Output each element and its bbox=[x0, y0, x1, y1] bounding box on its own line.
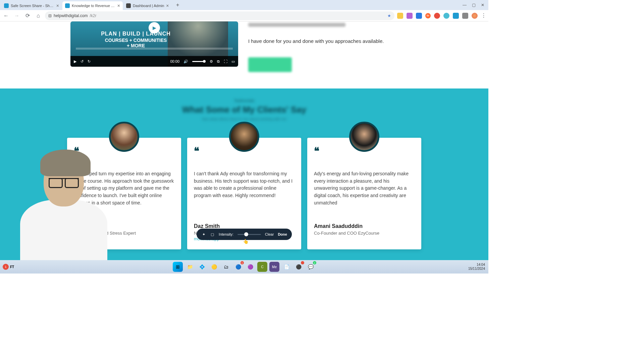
whatsapp-icon[interactable]: 💬2 bbox=[306, 262, 316, 272]
tab-title: Dashboard | Admin bbox=[133, 4, 164, 8]
kebab-menu-icon[interactable]: ⋮ bbox=[481, 12, 486, 19]
new-tab-button[interactable]: + bbox=[174, 1, 182, 9]
browser-toolbar: ← → ⟳ ⌂ ⊟ helpwithdigital.com/k2r ★ Br ⋮ bbox=[0, 10, 488, 21]
notepad-icon[interactable]: 📄 bbox=[281, 262, 291, 272]
ext-icon[interactable] bbox=[397, 13, 403, 19]
rewind-button[interactable]: ↺ bbox=[80, 59, 84, 64]
testimonials-header: Testimonials What Some of My Clients' Sa… bbox=[13, 99, 475, 121]
intensity-label: Intensity: bbox=[219, 232, 233, 236]
volume-icon[interactable]: 🔊 bbox=[183, 59, 188, 64]
notification-badge: 1 bbox=[3, 264, 9, 270]
pip-icon[interactable]: ⧉ bbox=[217, 59, 220, 64]
taskbar-apps: ⊞ 📁 💠 🟡 🗂 🔵1 🟣 C Me 📄 ⚫ 💬2 bbox=[173, 262, 316, 272]
address-bar[interactable]: ⊟ helpwithdigital.com/k2r ★ bbox=[45, 11, 394, 20]
fullscreen-icon[interactable]: ⛶ bbox=[224, 59, 227, 63]
folder-icon[interactable]: 🗂 bbox=[221, 262, 231, 272]
chrome-icon[interactable]: 🟡 bbox=[209, 262, 219, 272]
testimonial-body: Ady's energy and fun-loving personality … bbox=[314, 170, 415, 217]
video-line2: COURSES + COMMUNITIES bbox=[84, 38, 188, 43]
hero-section: ▶ PLAN | BUILD | LAUNCH COURSES + COMMUN… bbox=[0, 21, 488, 88]
testimonial-body: I can't thank Ady enough for transformin… bbox=[194, 170, 294, 217]
video-progress[interactable] bbox=[76, 48, 233, 50]
volume-slider[interactable] bbox=[192, 61, 206, 62]
site-info-icon[interactable]: ⊟ bbox=[48, 13, 52, 18]
play-button[interactable]: ▶ bbox=[74, 59, 76, 64]
slider-thumb[interactable] bbox=[244, 232, 248, 236]
copilot-icon[interactable]: 💠 bbox=[197, 262, 207, 272]
wand-icon[interactable]: ✦ bbox=[201, 232, 206, 237]
square-icon[interactable]: ▢ bbox=[210, 232, 215, 237]
webcam-overlay[interactable] bbox=[17, 149, 111, 257]
camtasia-icon[interactable]: C bbox=[257, 262, 267, 272]
extensions: Br ⋮ bbox=[397, 12, 486, 19]
video-overlay-text: PLAN | BUILD | LAUNCH COURSES + COMMUNIT… bbox=[84, 31, 188, 48]
clock-time: 14:04 bbox=[468, 263, 485, 267]
tab-safescreen[interactable]: Safe Screen Share - Share your × bbox=[1, 1, 62, 10]
ext-icon[interactable]: Br bbox=[425, 13, 431, 18]
window-controls: — ▢ ✕ bbox=[463, 3, 487, 7]
testimonial-card: ❝ Ady's energy and fun-loving personalit… bbox=[307, 138, 421, 249]
cta-button[interactable] bbox=[248, 57, 292, 72]
cast-icon[interactable]: ▭ bbox=[231, 59, 235, 64]
settings-icon[interactable]: ⚙ bbox=[210, 59, 213, 64]
close-icon[interactable]: × bbox=[117, 3, 120, 8]
explorer-icon[interactable]: 📁 bbox=[185, 262, 195, 272]
hero-subtitle: I have done for you and done with you ap… bbox=[248, 38, 418, 44]
section-title: What Some of My Clients' Say bbox=[13, 105, 475, 115]
forward-button[interactable]: → bbox=[13, 12, 21, 20]
cursor-icon: 👆 bbox=[243, 239, 249, 244]
back-button[interactable]: ← bbox=[2, 12, 10, 20]
testimonial-role: Co-Founder and COO EzyCourse bbox=[314, 231, 415, 236]
clear-button[interactable]: Clear bbox=[265, 232, 274, 236]
clock-date: 15/11/2024 bbox=[468, 267, 485, 271]
app-icon[interactable]: 🟣 bbox=[245, 262, 255, 272]
ext-icon[interactable] bbox=[407, 13, 413, 19]
page-content: ▶ PLAN | BUILD | LAUNCH COURSES + COMMUN… bbox=[0, 21, 488, 260]
tab-k2r[interactable]: Knowledge to Revenue | Desig × bbox=[62, 1, 123, 10]
done-button[interactable]: Done bbox=[278, 232, 287, 236]
testimonial-name: Amani Saadudddin bbox=[314, 223, 415, 229]
section-eyebrow: Testimonials bbox=[13, 99, 475, 103]
url-path: /k2r bbox=[90, 13, 96, 18]
url-domain: helpwithdigital.com bbox=[54, 13, 88, 18]
ext-icon[interactable] bbox=[453, 13, 459, 19]
extensions-menu-icon[interactable] bbox=[462, 13, 468, 19]
intensity-slider[interactable] bbox=[237, 234, 261, 235]
close-icon[interactable]: × bbox=[166, 3, 169, 8]
ext-icon[interactable] bbox=[416, 13, 422, 19]
tab-title: Knowledge to Revenue | Desig bbox=[72, 4, 115, 8]
system-tray[interactable]: 14:04 15/11/2024 bbox=[468, 263, 485, 271]
profile-avatar[interactable] bbox=[472, 13, 478, 19]
widget-text: FT bbox=[10, 265, 14, 269]
video-player[interactable]: ▶ PLAN | BUILD | LAUNCH COURSES + COMMUN… bbox=[70, 21, 238, 67]
window-icon bbox=[126, 3, 131, 8]
close-icon[interactable]: × bbox=[56, 3, 59, 8]
avatar bbox=[229, 122, 259, 152]
badge-icon: 1 bbox=[240, 261, 244, 264]
blur-control-bar[interactable]: ✦ ▢ Intensity: Clear Done bbox=[197, 229, 292, 240]
obs-icon[interactable]: ⚫ bbox=[293, 262, 304, 272]
droplet-icon bbox=[4, 3, 9, 8]
chrome-icon[interactable]: 🔵1 bbox=[233, 262, 243, 272]
maximize-button[interactable]: ▢ bbox=[472, 3, 476, 7]
ext-icon[interactable] bbox=[434, 13, 440, 19]
ext-icon[interactable] bbox=[443, 13, 449, 19]
badge-icon bbox=[301, 261, 304, 264]
windows-taskbar[interactable]: 1 FT ⊞ 📁 💠 🟡 🗂 🔵1 🟣 C Me 📄 ⚫ 💬2 14:04 15… bbox=[0, 260, 488, 274]
hero-copy: I have done for you and done with you ap… bbox=[248, 21, 418, 72]
tab-title: Safe Screen Share - Share your bbox=[11, 4, 54, 8]
video-line1: PLAN | BUILD | LAUNCH bbox=[84, 31, 188, 37]
taskbar-left[interactable]: 1 FT bbox=[3, 264, 14, 270]
droplet-icon bbox=[65, 3, 70, 8]
reload-button[interactable]: ⟳ bbox=[23, 12, 32, 20]
media-encoder-icon[interactable]: Me bbox=[269, 262, 279, 272]
blurred-text bbox=[248, 23, 345, 27]
start-button[interactable]: ⊞ bbox=[173, 262, 183, 272]
forward-button[interactable]: ↻ bbox=[88, 59, 91, 64]
section-subtitle: See what others have to say about workin… bbox=[13, 117, 475, 121]
home-button[interactable]: ⌂ bbox=[34, 12, 42, 20]
tab-dashboard[interactable]: Dashboard | Admin × bbox=[123, 1, 172, 10]
minimize-button[interactable]: — bbox=[463, 3, 467, 7]
close-button[interactable]: ✕ bbox=[481, 3, 484, 7]
bookmark-star-icon[interactable]: ★ bbox=[387, 13, 391, 18]
